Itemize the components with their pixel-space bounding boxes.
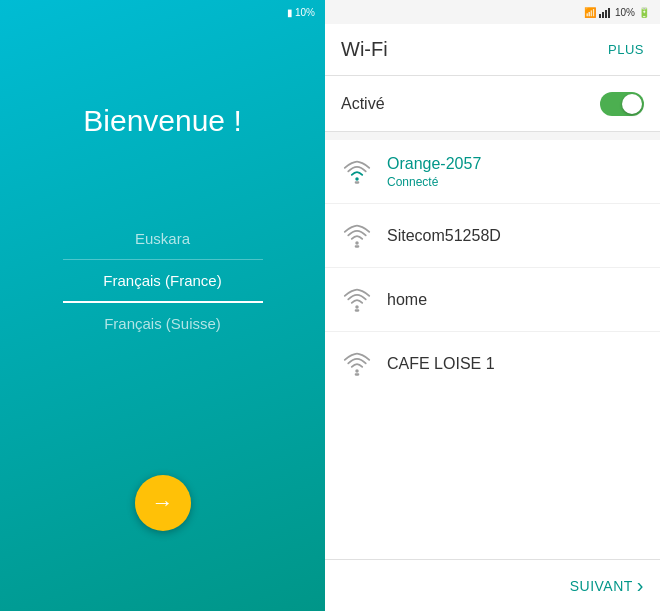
orange-network-info: Orange-2057 Connecté [387,155,481,189]
wifi-signal-icon-home [341,284,373,316]
left-battery-level: 10% [295,7,315,18]
svg-rect-3 [355,245,360,247]
sitecom-network-name: Sitecom51258D [387,227,501,245]
suivant-arrow-icon: › [637,574,644,597]
svg-point-6 [355,369,359,373]
suivant-button[interactable]: SUIVANT › [570,574,644,597]
right-battery-level: 10% [615,7,635,18]
orange-network-name: Orange-2057 [387,155,481,173]
wifi-active-label: Activé [341,95,385,113]
cafe-network-info: CAFE LOISE 1 [387,355,495,373]
signal-bars-icon [599,6,610,18]
wifi-header: Wi-Fi PLUS [325,24,660,76]
welcome-title: Bienvenue ! [83,104,241,138]
suivant-label: SUIVANT [570,578,633,594]
next-button[interactable]: → [135,475,191,531]
left-panel: ▮ 10% Bienvenue ! Euskara Français (Fran… [0,0,325,611]
language-list: Euskara Français (France) Français (Suis… [0,218,325,344]
right-battery-icon: 🔋 [638,7,650,18]
cafe-network-name: CAFE LOISE 1 [387,355,495,373]
sitecom-network-info: Sitecom51258D [387,227,501,245]
right-status-bar: 📶 10% 🔋 [325,0,660,24]
network-item-cafe[interactable]: CAFE LOISE 1 [325,332,660,396]
left-battery-icon: ▮ [287,7,293,18]
wifi-status-icon: 📶 [584,7,596,18]
svg-point-4 [355,305,359,309]
status-icons: 📶 10% 🔋 [584,6,650,18]
language-item-euskara[interactable]: Euskara [63,218,263,260]
right-panel: 📶 10% 🔋 Wi-Fi PLUS Activé [325,0,660,611]
orange-network-status: Connecté [387,175,481,189]
left-status-bar: ▮ 10% [0,0,325,24]
wifi-signal-icon-cafe [341,348,373,380]
svg-point-0 [355,177,359,181]
svg-point-2 [355,241,359,245]
bottom-bar: SUIVANT › [325,559,660,611]
wifi-toggle[interactable] [600,92,644,116]
network-item-home[interactable]: home [325,268,660,332]
wifi-title: Wi-Fi [341,38,388,61]
wifi-signal-icon-orange [341,156,373,188]
network-list: Orange-2057 Connecté Sitecom51258D [325,140,660,559]
network-item-sitecom[interactable]: Sitecom51258D [325,204,660,268]
language-item-francais-suisse[interactable]: Français (Suisse) [63,303,263,344]
home-network-info: home [387,291,427,309]
home-network-name: home [387,291,427,309]
language-item-francais-france[interactable]: Français (France) [63,260,263,303]
svg-rect-7 [355,373,360,375]
svg-rect-5 [355,309,360,311]
network-item-orange[interactable]: Orange-2057 Connecté [325,140,660,204]
wifi-signal-icon-sitecom [341,220,373,252]
svg-rect-1 [355,181,360,183]
toggle-knob [622,94,642,114]
next-arrow-icon: → [152,490,174,516]
wifi-active-row: Activé [325,76,660,132]
wifi-plus-button[interactable]: PLUS [608,42,644,57]
